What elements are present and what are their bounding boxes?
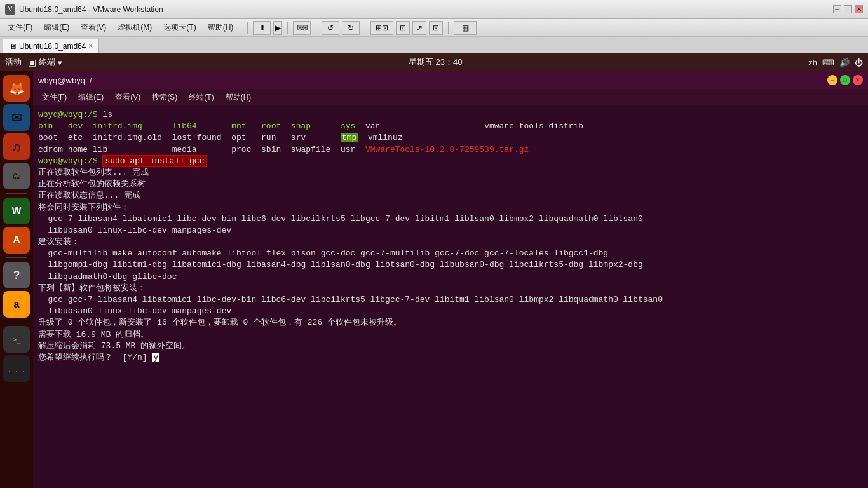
sidebar-icon-terminal[interactable]: >_ [3,326,30,353]
terminal-menu-view[interactable]: 查看(V) [110,91,146,104]
toolbar-btn-10[interactable]: ▦ [454,21,477,35]
panel-app-icon: ▣ [28,57,36,67]
vm-tab[interactable]: 🖥 Ubuntu18.0_amd64 × [3,39,99,53]
sidebar-icon-apps[interactable]: ⋮⋮⋮ [3,355,30,382]
terminal-menubar: 文件(F) 编辑(E) 查看(V) 搜索(S) 终端(T) 帮助(H) [33,89,868,105]
terminal-close-button[interactable]: ✕ [853,75,863,85]
vmware-title: Ubuntu18.0_amd64 - VMware Workstation [19,5,833,14]
terminal-window-buttons: ─ □ ✕ [827,75,863,85]
terminal-output-1: bin dev initrd.img lib64 mnt root snap s… [38,121,863,132]
sidebar-icon-mail[interactable]: ✉ [3,104,30,131]
terminal-apt-2: 正在分析软件包的依赖关系树 [38,179,863,190]
toolbar-btn-1[interactable]: ⏸ [253,21,271,35]
yn-input-cursor: y [152,353,159,362]
toolbar-sep2 [287,22,288,34]
minimize-button[interactable]: ─ [833,5,841,13]
terminal-apt-1: 正在读取软件包列表... 完成 [38,167,863,179]
terminal-container: wbyq@wbyq: / ─ □ ✕ 文件(F) 编辑(E) 查看(V) 搜索(… [33,71,868,488]
terminal-apt-10: libquadmath0-dbg glibc-doc [38,271,863,283]
terminal-output-3: cdrom home lib media proc sbin swapfile … [38,144,863,156]
sidebar-divider-3 [6,322,27,322]
terminal-apt-8: gcc-multilib make autoconf automake libt… [38,248,863,259]
close-button[interactable]: ✕ [855,5,863,13]
toolbar-btn-5[interactable]: ↻ [342,21,360,35]
terminal-menu-terminal[interactable]: 终端(T) [184,91,219,104]
terminal-apt-6: libubsan0 linux-libc-dev manpages-dev [38,225,863,236]
panel-power-icon[interactable]: ⏻ [855,58,863,67]
toolbar-btn-8[interactable]: ↗ [412,21,426,35]
toolbar-sep3 [316,22,316,34]
activities-button[interactable]: 活动 [5,57,22,68]
toolbar-btn-9[interactable]: ⊡ [429,21,443,35]
terminal-menu-edit[interactable]: 编辑(E) [73,91,109,104]
terminal-apt-4: 将会同时安装下列软件： [38,202,863,214]
ubuntu-panel: 活动 ▣ 终端 ▾ 星期五 23：40 zh ⌨ 🔊 ⏻ [0,53,868,71]
terminal-apt-12: gcc gcc-7 libasan4 libatomic1 libc-dev-b… [38,294,863,306]
terminal-menu-file[interactable]: 文件(F) [37,91,72,104]
terminal-apt-15: 需要下载 16.9 MB 的归档。 [38,329,863,341]
ubuntu-sidebar: 🦊 ✉ ♫ 🗂 W A ? a >_ ⋮⋮⋮ [0,71,33,488]
panel-keyboard-icon: ⌨ [822,58,834,67]
menu-help[interactable]: 帮助(H) [203,20,239,35]
vmware-titlebar: V Ubuntu18.0_amd64 - VMware Workstation … [0,0,868,19]
cmd-ls: ls [102,110,112,119]
terminal-apt-3: 正在读取状态信息... 完成 [38,190,863,201]
terminal-minimize-button[interactable]: ─ [827,75,837,85]
toolbar-sep5 [448,22,449,34]
window-controls: ─ □ ✕ [833,5,863,13]
terminal-apt-5: gcc-7 libasan4 libatomic1 libc-dev-bin l… [38,214,863,225]
sidebar-icon-writer[interactable]: W [3,198,30,224]
terminal-apt-13: libubsan0 linux-libc-dev manpages-dev [38,306,863,317]
sidebar-divider-1 [6,193,27,194]
vm-tab-close[interactable]: × [88,43,92,50]
terminal-titlebar-title: wbyq@wbyq: / [38,76,92,85]
sidebar-divider-2 [6,257,27,258]
vm-tab-icon: 🖥 [10,43,17,50]
terminal-content[interactable]: wbyq@wbyq:/$ ls bin dev initrd.img lib64… [33,105,868,488]
panel-volume-icon[interactable]: 🔊 [839,58,850,67]
terminal-menu-search[interactable]: 搜索(S) [147,91,182,104]
toolbar-sep1 [247,22,248,34]
toolbar-btn-2[interactable]: ▶ [273,21,282,35]
toolbar-btn-3[interactable]: ⌨ [293,21,311,35]
vmware-icon: V [5,4,15,15]
prompt-1: wbyq@wbyq:/$ [38,110,102,119]
sidebar-icon-help[interactable]: ? [3,262,30,288]
panel-app: ▣ 终端 ▾ [28,57,62,68]
cmd-gcc: sudo apt install gcc [102,155,207,167]
toolbar: ⏸ ▶ ⌨ ↺ ↻ ⊞⊡ ⊡ ↗ ⊡ ▦ [245,21,477,35]
terminal-maximize-button[interactable]: □ [840,75,850,85]
sidebar-icon-music[interactable]: ♫ [3,133,30,160]
menu-view[interactable]: 查看(V) [76,20,111,35]
toolbar-sep4 [365,22,365,34]
terminal-output-2: boot etc initrd.img.old lost+found opt r… [38,132,863,144]
terminal-line-ls: wbyq@wbyq:/$ ls [38,109,863,121]
panel-lang[interactable]: zh [808,58,817,67]
maximize-button[interactable]: □ [844,5,852,13]
terminal-titlebar: wbyq@wbyq: / ─ □ ✕ [33,71,868,89]
toolbar-btn-6[interactable]: ⊞⊡ [370,21,393,35]
ubuntu-desktop: 活动 ▣ 终端 ▾ 星期五 23：40 zh ⌨ 🔊 ⏻ 🦊 ✉ ♫ 🗂 W A [0,53,868,488]
panel-left: 活动 ▣ 终端 ▾ [5,57,62,68]
menu-file[interactable]: 文件(F) [3,20,37,35]
vm-tab-label: Ubuntu18.0_amd64 [19,42,86,51]
sidebar-icon-amazon[interactable]: a [3,291,30,318]
sidebar-icon-files[interactable]: 🗂 [3,163,30,189]
prompt-2: wbyq@wbyq:/$ [38,156,102,166]
terminal-apt-7: 建议安装： [38,236,863,248]
sidebar-icon-calc[interactable]: A [3,227,30,254]
vmware-tabbar: 🖥 Ubuntu18.0_amd64 × [0,37,868,53]
terminal-apt-16: 解压缩后会消耗 73.5 MB 的额外空间。 [38,341,863,352]
terminal-line-gcc: wbyq@wbyq:/$ sudo apt install gcc [38,156,863,167]
menu-vm[interactable]: 虚拟机(M) [112,20,157,35]
terminal-apt-9: libgomp1-dbg libitm1-dbg libatomic1-dbg … [38,259,863,271]
panel-app-name: 终端 [39,57,55,68]
toolbar-btn-7[interactable]: ⊡ [396,21,410,35]
panel-time[interactable]: 星期五 23：40 [409,57,463,68]
panel-right: zh ⌨ 🔊 ⏻ [808,58,863,67]
menu-tabs[interactable]: 选项卡(T) [158,20,201,35]
menu-edit[interactable]: 编辑(E) [39,20,74,35]
toolbar-btn-4[interactable]: ↺ [322,21,339,35]
terminal-menu-help[interactable]: 帮助(H) [220,91,257,104]
sidebar-icon-firefox[interactable]: 🦊 [3,75,30,102]
